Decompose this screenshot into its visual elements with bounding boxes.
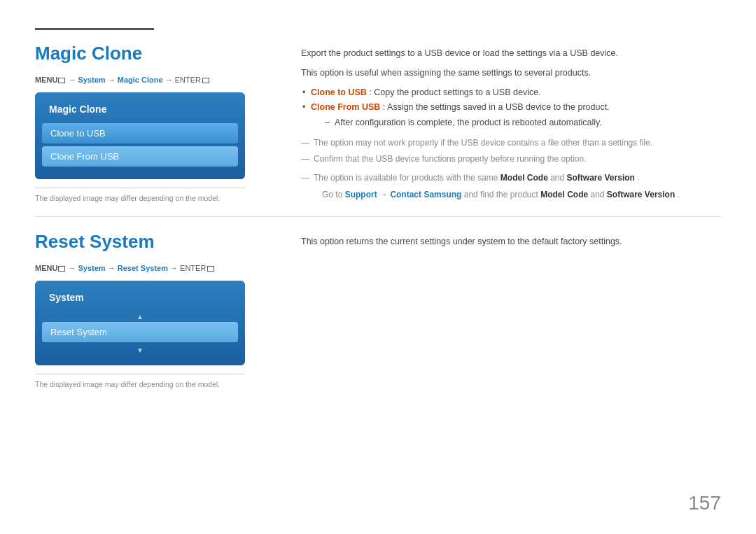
reset-system-title: Reset System — [35, 231, 273, 253]
magic-clone-right: Export the product settings to a USB dev… — [301, 43, 721, 202]
clone-to-usb-text: : Copy the product settings to a USB dev… — [369, 87, 540, 97]
reset-system-right: This option returns the current settings… — [301, 231, 721, 388]
bullet-list: Clone to USB : Copy the product settings… — [301, 85, 721, 130]
menu-magic-clone: Magic Clone — [118, 76, 163, 84]
section-divider — [35, 216, 721, 217]
magic-clone-section: Magic Clone MENU → System → Magic Clone … — [35, 43, 721, 202]
reset-system-note: The displayed image may differ depending… — [35, 374, 245, 388]
reset-system-tv-menu: System ▲ Reset System ▼ — [35, 281, 245, 365]
availability-note-1: — The option is available for products w… — [301, 171, 721, 185]
magic-clone-menu-path: MENU → System → Magic Clone → ENTER — [35, 76, 273, 84]
sub-bullet-list: After configuration is complete, the pro… — [311, 115, 721, 130]
magic-clone-tv-menu: Magic Clone Clone to USB Clone From USB — [35, 92, 245, 179]
bullet-clone-from-usb: Clone From USB : Assign the settings sav… — [301, 100, 721, 130]
menu-reset-system: Reset System — [118, 264, 168, 272]
clone-from-usb-text: : Assign the settings saved in a USB dev… — [383, 102, 610, 112]
system-tv-menu-title: System — [42, 288, 238, 307]
sub-bullet-reboot: After configuration is complete, the pro… — [325, 115, 721, 130]
menu-arrow-up: ▲ — [42, 311, 238, 322]
dash-note-1: The option may not work properly if the … — [301, 136, 721, 150]
clone-from-usb-item[interactable]: Clone From USB — [42, 146, 238, 167]
menu-icon-symbol-2: MENU — [35, 264, 57, 272]
model-code-1: Model Code — [500, 173, 548, 183]
software-version-2: Software Version — [607, 190, 675, 199]
clone-to-usb-term: Clone to USB — [311, 87, 367, 97]
menu-system: System — [78, 76, 106, 84]
reset-desc: This option returns the current settings… — [301, 234, 721, 248]
magic-clone-note: The displayed image may differ depending… — [35, 188, 245, 202]
menu-arrow-down: ▼ — [42, 345, 238, 356]
clone-to-usb-item[interactable]: Clone to USB — [42, 123, 238, 143]
magic-clone-left: Magic Clone MENU → System → Magic Clone … — [35, 43, 273, 202]
reset-system-item[interactable]: Reset System — [42, 322, 238, 342]
desc2: This option is useful when assigning the… — [301, 66, 721, 80]
page-number: 157 — [688, 492, 721, 514]
support-link: Support — [345, 190, 377, 199]
menu-box-icon — [58, 78, 65, 83]
dash-note-2: Confirm that the USB device functions pr… — [301, 152, 721, 166]
tv-menu-title: Magic Clone — [42, 99, 238, 119]
bullet-clone-to-usb: Clone to USB : Copy the product settings… — [301, 85, 721, 100]
contact-samsung-link: Contact Samsung — [390, 190, 461, 199]
reset-system-left: Reset System MENU → System → Reset Syste… — [35, 231, 273, 388]
menu-box-icon-2 — [58, 266, 65, 272]
desc1: Export the product settings to a USB dev… — [301, 46, 721, 60]
top-divider — [35, 28, 154, 30]
reset-system-menu-path: MENU → System → Reset System → ENTER — [35, 264, 273, 272]
clone-from-usb-term: Clone From USB — [311, 102, 380, 112]
menu-system-2: System — [78, 264, 106, 272]
availability-note-2: Go to Support → Contact Samsung and find… — [301, 188, 721, 202]
menu-icon-symbol: MENU — [35, 76, 57, 84]
page-container: Magic Clone MENU → System → Magic Clone … — [0, 0, 756, 534]
magic-clone-title: Magic Clone — [35, 43, 273, 64]
reset-system-section: Reset System MENU → System → Reset Syste… — [35, 231, 721, 388]
model-code-2: Model Code — [540, 190, 588, 199]
software-version-1: Software Version — [567, 173, 635, 183]
